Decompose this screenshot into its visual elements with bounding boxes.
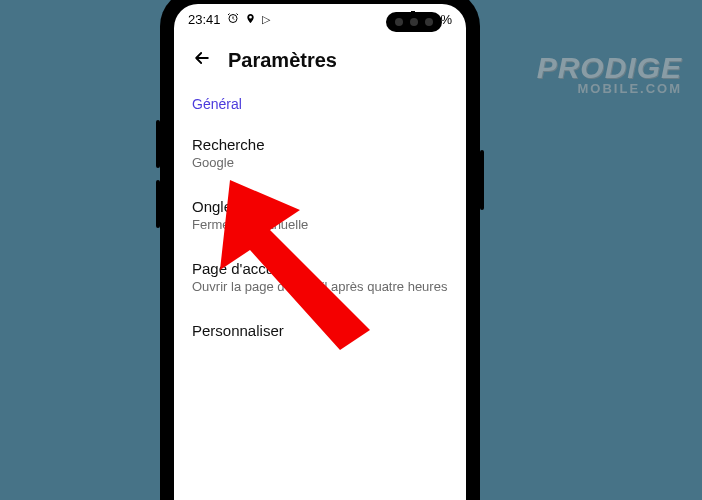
app-header: Paramètres: [174, 34, 466, 82]
alarm-icon: [227, 12, 239, 27]
watermark: PRODIGE MOBILE.COM: [537, 54, 682, 96]
location-icon: [245, 12, 256, 27]
section-general: Général: [174, 82, 466, 122]
play-store-icon: ▷: [262, 13, 270, 26]
item-label: Personnaliser: [192, 322, 448, 339]
back-icon[interactable]: [192, 48, 212, 72]
power-button: [480, 150, 484, 210]
item-sub: Google: [192, 155, 448, 170]
settings-item-home[interactable]: Page d'accueil Ouvrir la page d'accueil …: [174, 246, 466, 308]
settings-item-search[interactable]: Recherche Google: [174, 122, 466, 184]
item-sub: Ouvrir la page d'accueil après quatre he…: [192, 279, 448, 294]
settings-item-tabs[interactable]: Onglets Fermeture manuelle: [174, 184, 466, 246]
item-label: Recherche: [192, 136, 448, 153]
page-title: Paramètres: [228, 49, 337, 72]
volume-down-button: [156, 180, 160, 228]
screen: 23:41 ▷ ◢ 75 % Paramètres: [174, 4, 466, 500]
volume-up-button: [156, 120, 160, 168]
item-label: Onglets: [192, 198, 448, 215]
item-sub: Fermeture manuelle: [192, 217, 448, 232]
camera-cutout: [386, 12, 442, 32]
settings-item-customize[interactable]: Personnaliser: [174, 308, 466, 355]
clock: 23:41: [188, 12, 221, 27]
item-label: Page d'accueil: [192, 260, 448, 277]
watermark-line1: PRODIGE: [537, 54, 682, 81]
phone-frame: 23:41 ▷ ◢ 75 % Paramètres: [160, 0, 480, 500]
